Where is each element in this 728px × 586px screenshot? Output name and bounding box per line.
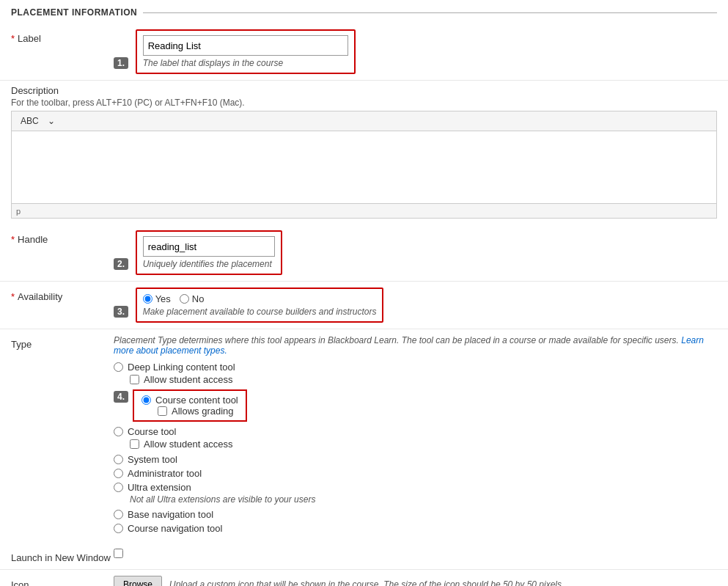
course-content-highlighted-box: Course content tool Allows grading <box>133 389 247 422</box>
toolbar-hint: For the toolbar, press ALT+F10 (PC) or A… <box>11 98 717 108</box>
course-content-label: Course content tool <box>155 395 238 406</box>
icon-content: Browse Upload a custom icon that will be… <box>114 576 717 586</box>
type-option-base-navigation: Base navigation tool <box>114 509 717 520</box>
allow-student-access-deep-checkbox[interactable] <box>130 375 139 384</box>
required-star-handle: * <box>11 234 15 245</box>
course-tool-label: Course tool <box>128 426 176 437</box>
label-field-label: * Label <box>11 29 114 44</box>
course-tool-radio[interactable] <box>114 427 123 436</box>
handle-field-content: 2. Uniquely identifies the placement <box>114 230 717 275</box>
type-description: Placement Type determines where this too… <box>114 335 717 356</box>
icon-hint: Upload a custom icon that will be shown … <box>169 579 564 586</box>
editor-footer: p <box>11 204 717 219</box>
availability-yes-radio[interactable] <box>143 294 152 304</box>
handle-hint: Uniquely identifies the placement <box>143 259 275 269</box>
base-navigation-radio[interactable] <box>114 510 123 519</box>
type-field-content: Placement Type determines where this too… <box>114 335 717 537</box>
label-row: * Label 1. The label that displays in th… <box>0 23 728 81</box>
allow-student-access-course-label: Allow student access <box>144 439 232 450</box>
section-title: PLACEMENT INFORMATION <box>0 0 728 23</box>
allow-student-access-course-checkbox[interactable] <box>130 439 139 449</box>
type-option-system-tool: System tool <box>114 454 717 465</box>
browse-button[interactable]: Browse <box>114 576 162 586</box>
required-star-availability: * <box>11 291 15 302</box>
step-3-badge: 3. <box>114 306 128 318</box>
editor-body[interactable] <box>11 131 717 204</box>
launch-window-content <box>114 549 717 560</box>
administrator-tool-label: Administrator tool <box>128 468 202 479</box>
availability-radio-group: Yes No <box>143 293 377 304</box>
label-hint: The label that displays in the course <box>143 58 348 68</box>
availability-row: * Availability 3. Yes No Make placement … <box>0 282 728 329</box>
launch-window-label: Launch in New Window <box>11 549 114 563</box>
system-tool-radio[interactable] <box>114 455 123 464</box>
label-field-content: 1. The label that displays in the course <box>114 29 717 74</box>
toolbar-dropdown-icon[interactable]: ⌄ <box>45 114 58 128</box>
type-option-deep-linking: Deep Linking content tool Allow student … <box>114 362 717 385</box>
availability-no-radio[interactable] <box>180 294 189 304</box>
launch-window-row: Launch in New Window <box>0 543 728 570</box>
type-field-label: Type <box>11 335 114 350</box>
ultra-extension-note: Not all Ultra extensions are visible to … <box>130 494 717 505</box>
ultra-extension-radio[interactable] <box>114 483 123 492</box>
administrator-tool-radio[interactable] <box>114 469 123 478</box>
handle-input[interactable] <box>143 236 275 257</box>
type-option-course-navigation: Course navigation tool <box>114 523 717 534</box>
type-option-course-tool: Course tool Allow student access <box>114 426 717 450</box>
launch-window-checkbox[interactable] <box>114 549 123 558</box>
system-tool-label: System tool <box>128 454 177 465</box>
deep-linking-label: Deep Linking content tool <box>128 362 235 373</box>
type-option-course-content-wrapper: 4. Course content tool Allows grading <box>114 389 717 422</box>
availability-hint: Make placement available to course build… <box>143 307 377 317</box>
deep-linking-sub: Allow student access <box>130 374 717 385</box>
icon-row: Icon Browse Upload a custom icon that wi… <box>0 570 728 586</box>
course-content-sub: Allows grading <box>158 406 238 417</box>
description-label: Description <box>11 85 717 96</box>
handle-field-label: * Handle <box>11 230 114 245</box>
type-option-ultra-extension: Ultra extension Not all Ultra extensions… <box>114 482 717 505</box>
availability-highlighted-box: Yes No Make placement available to cours… <box>136 287 384 323</box>
availability-field-label: * Availability <box>11 287 114 302</box>
availability-no-option[interactable]: No <box>180 293 205 304</box>
required-star: * <box>11 33 15 44</box>
step-1-badge: 1. <box>114 57 128 69</box>
allow-student-access-deep-label: Allow student access <box>144 374 232 385</box>
course-content-radio[interactable] <box>141 395 151 405</box>
course-tool-sub: Allow student access <box>130 439 717 450</box>
course-navigation-label: Course navigation tool <box>128 523 222 534</box>
availability-yes-option[interactable]: Yes <box>143 293 171 304</box>
label-highlighted-box: The label that displays in the course <box>136 29 356 74</box>
type-row: Type Placement Type determines where thi… <box>0 329 728 543</box>
handle-row: * Handle 2. Uniquely identifies the plac… <box>0 224 728 282</box>
icon-label: Icon <box>11 576 114 586</box>
availability-field-content: 3. Yes No Make placement available to co… <box>114 287 717 323</box>
description-section: Description For the toolbar, press ALT+F… <box>0 81 728 219</box>
ultra-extension-label: Ultra extension <box>128 482 191 493</box>
toolbar-abc-icon[interactable]: ABC <box>18 114 42 128</box>
allows-grading-checkbox[interactable] <box>158 406 167 416</box>
step-2-badge: 2. <box>114 258 128 270</box>
course-navigation-radio[interactable] <box>114 524 123 533</box>
type-option-administrator-tool: Administrator tool <box>114 468 717 479</box>
base-navigation-label: Base navigation tool <box>128 509 213 520</box>
label-input[interactable] <box>143 35 348 56</box>
handle-highlighted-box: Uniquely identifies the placement <box>136 230 282 275</box>
deep-linking-radio[interactable] <box>114 362 123 372</box>
editor-toolbar: ABC ⌄ <box>11 111 717 131</box>
allows-grading-label: Allows grading <box>172 406 234 417</box>
step-4-badge: 4. <box>114 391 128 403</box>
